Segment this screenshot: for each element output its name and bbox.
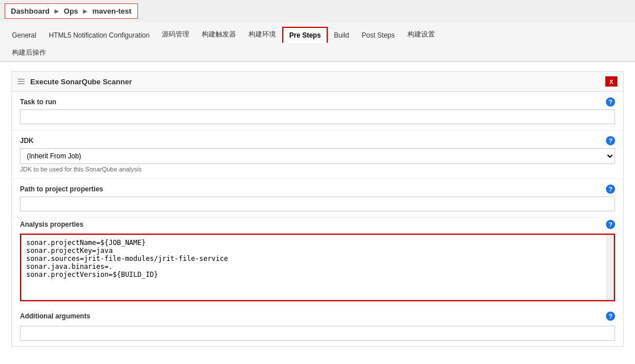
task-to-run-label: Task to run [20, 98, 56, 106]
additional-args-field: Additional arguments ? [12, 307, 623, 346]
analysis-props-border: sonar.projectName=${JOB_NAME} sonar.proj… [20, 234, 615, 301]
task-to-run-help[interactable]: ? [606, 97, 615, 107]
sonarqube-section: Execute SonarQube Scanner x Task to run … [11, 71, 624, 347]
tab-row-2: 构建后操作 [0, 43, 635, 61]
additional-args-label: Additional arguments [20, 312, 90, 320]
tab-源码管理[interactable]: 源码管理 [156, 26, 196, 43]
tab-构建环境[interactable]: 构建环境 [242, 26, 282, 43]
tab-row2-构建后操作[interactable]: 构建后操作 [6, 44, 629, 61]
jdk-hint: JDK to be used for this SonarQube analys… [20, 166, 615, 173]
additional-args-help[interactable]: ? [606, 312, 615, 321]
tabs-wrapper: GeneralHTML5 Notification Configuration源… [0, 22, 635, 62]
breadcrumb: Dashboard ► Ops ► maven-test [5, 3, 138, 19]
path-field: Path to project properties ? [12, 179, 623, 218]
analysis-props-box: sonar.projectName=${JOB_NAME} sonar.proj… [20, 234, 615, 301]
breadcrumb-sep-1: ► [53, 7, 60, 15]
path-input[interactable] [20, 197, 615, 211]
jdk-label: JDK [20, 137, 34, 145]
tab-pre-steps[interactable]: Pre Steps [282, 27, 327, 43]
analysis-props-label: Analysis properties [20, 220, 83, 228]
tab-row-1: GeneralHTML5 Notification Configuration源… [0, 22, 635, 43]
breadcrumb-item-maven-test[interactable]: maven-test [92, 7, 132, 15]
analysis-props-row: Analysis properties ? sonar.projectName=… [12, 218, 623, 307]
breadcrumb-item-ops[interactable]: Ops [64, 7, 78, 15]
tab-html5-notification-configuration[interactable]: HTML5 Notification Configuration [43, 27, 156, 43]
breadcrumb-sep-2: ► [82, 7, 89, 15]
tab-构建触发器[interactable]: 构建触发器 [196, 26, 242, 43]
tab-general[interactable]: General [6, 27, 43, 43]
task-to-run-input[interactable] [20, 109, 615, 124]
jdk-help[interactable]: ? [606, 136, 615, 145]
breadcrumb-item-dashboard[interactable]: Dashboard [11, 7, 50, 15]
tab-post-steps[interactable]: Post Steps [356, 27, 401, 43]
tab-build[interactable]: Build [328, 27, 356, 43]
analysis-props-textarea[interactable]: sonar.projectName=${JOB_NAME} sonar.proj… [22, 235, 606, 298]
drag-handle[interactable] [18, 79, 25, 84]
jdk-field: JDK ? (Inherit From Job) JDK 8 JDK 11 JD… [12, 130, 623, 179]
path-label: Path to project properties [20, 185, 103, 193]
analysis-props-help[interactable]: ? [606, 220, 615, 229]
section-title-text: Execute SonarQube Scanner [30, 77, 132, 86]
textarea-wrapper: sonar.projectName=${JOB_NAME} sonar.proj… [21, 235, 614, 300]
tab-构建设置[interactable]: 构建设置 [401, 26, 441, 43]
section-title: Execute SonarQube Scanner [18, 77, 132, 86]
task-to-run-field: Task to run ? [12, 92, 623, 130]
path-help[interactable]: ? [606, 185, 615, 194]
close-button[interactable]: x [605, 76, 617, 87]
jdk-select[interactable]: (Inherit From Job) JDK 8 JDK 11 [20, 148, 615, 164]
content-area: Execute SonarQube Scanner x Task to run … [0, 62, 635, 364]
analysis-label-row: Analysis properties ? [20, 220, 615, 229]
additional-args-input[interactable] [20, 326, 615, 341]
scrollbar[interactable] [606, 235, 613, 300]
section-header: Execute SonarQube Scanner x [12, 72, 623, 92]
